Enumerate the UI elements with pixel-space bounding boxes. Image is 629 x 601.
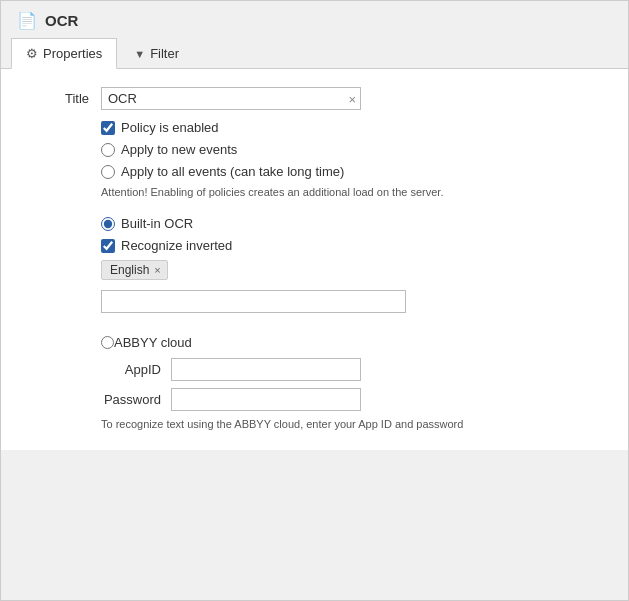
properties-icon: ⚙ [26,46,38,61]
appid-row: AppID [101,358,608,381]
builtin-ocr-radio[interactable] [101,217,115,231]
tab-properties[interactable]: ⚙ Properties [11,38,117,69]
builtin-section: Built-in OCR Recognize inverted English … [101,216,608,313]
password-label: Password [101,392,171,407]
abbyy-cloud-radio[interactable] [101,336,114,349]
abbyy-cloud-label[interactable]: ABBYY cloud [114,335,192,350]
title-input-wrap: × [101,87,361,110]
policy-enabled-label[interactable]: Policy is enabled [121,120,219,135]
password-row: Password [101,388,608,411]
apply-all-radio[interactable] [101,165,115,179]
apply-new-row: Apply to new events [101,142,608,157]
policy-section: Policy is enabled Apply to new events Ap… [101,120,608,198]
apply-all-label[interactable]: Apply to all events (can take long time) [121,164,344,179]
language-input[interactable] [101,290,406,313]
policy-enabled-checkbox[interactable] [101,121,115,135]
filter-icon: ▼ [134,48,145,60]
recognize-inverted-row: Recognize inverted [101,238,608,253]
tab-filter[interactable]: ▼ Filter [119,38,194,68]
language-tags: English × [101,260,608,280]
apply-new-radio[interactable] [101,143,115,157]
apply-all-row: Apply to all events (can take long time) [101,164,608,179]
title-control: × [101,87,608,110]
title-bar: 📄 OCR [1,1,628,38]
abbyy-section: ABBYY cloud AppID Password [101,335,608,411]
apply-new-label[interactable]: Apply to new events [121,142,237,157]
recognize-inverted-label[interactable]: Recognize inverted [121,238,232,253]
window-title: OCR [45,12,78,29]
title-label: Title [21,87,101,106]
abbyy-radio-row: ABBYY cloud [101,335,608,350]
warning-text: Attention! Enabling of policies creates … [101,186,608,198]
abbyy-note: To recognize text using the ABBYY cloud,… [101,418,608,430]
tab-bar: ⚙ Properties ▼ Filter [1,38,628,69]
tab-properties-label: Properties [43,46,102,61]
builtin-ocr-label[interactable]: Built-in OCR [121,216,193,231]
password-input[interactable] [171,388,361,411]
recognize-inverted-checkbox[interactable] [101,239,115,253]
language-tag-label: English [110,263,149,277]
section-divider-2 [21,313,608,327]
tab-filter-label: Filter [150,46,179,61]
title-input[interactable] [101,87,361,110]
policy-enabled-row: Policy is enabled [101,120,608,135]
appid-label: AppID [101,362,171,377]
builtin-ocr-row: Built-in OCR [101,216,608,231]
title-row: Title × [21,87,608,110]
title-clear-button[interactable]: × [348,92,356,105]
ocr-icon: 📄 [17,11,37,30]
language-tag-english[interactable]: English × [101,260,168,280]
language-tag-close[interactable]: × [154,264,160,276]
ocr-window: 📄 OCR ⚙ Properties ▼ Filter Title × [0,0,629,601]
section-divider [21,202,608,216]
content-area: Title × Policy is enabled Apply to new e… [1,69,628,450]
appid-input[interactable] [171,358,361,381]
